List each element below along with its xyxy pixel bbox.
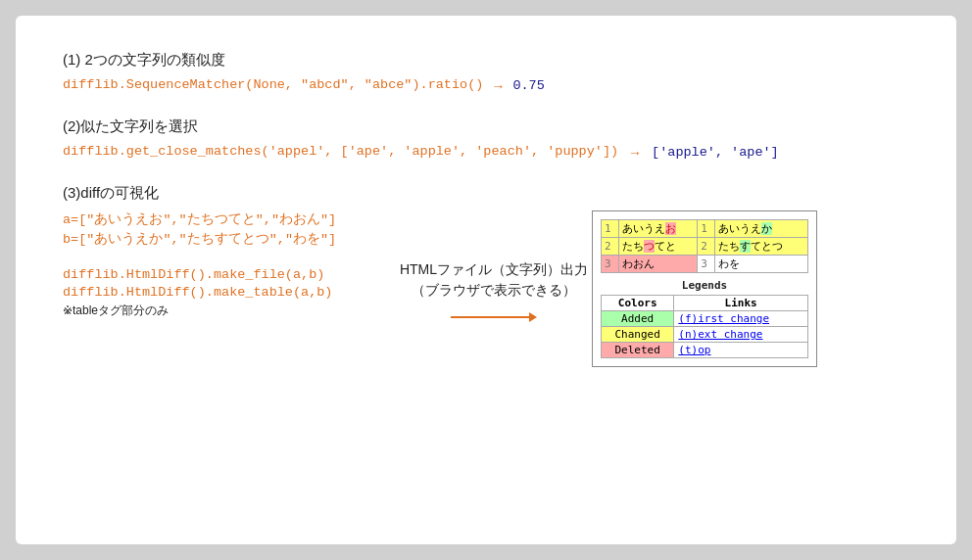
diff-left-3: わおん bbox=[618, 256, 698, 273]
diff-row-2: 2 たちつてと 2 たちすてとつ bbox=[602, 238, 808, 256]
diff-preview: 1 あいうえお 1 あいうえか 2 たちつてと 2 たちすてとつ bbox=[592, 210, 817, 367]
diff-table: 1 あいうえお 1 あいうえか 2 たちつてと 2 たちすてとつ bbox=[601, 219, 808, 273]
diff-num-left-2: 2 bbox=[602, 238, 619, 256]
legend-added-cell: Added bbox=[602, 311, 674, 327]
diff-row-1: 1 あいうえお 1 あいうえか bbox=[602, 220, 808, 238]
section2-arrow: → bbox=[628, 145, 642, 161]
diff-right-1: あいうえか bbox=[715, 220, 808, 238]
var-b-line: b=["あいうえか","たちすてとつ","わを"] bbox=[63, 230, 396, 248]
diff-left-2: たちつてと bbox=[618, 238, 698, 256]
var-a-line: a=["あいうえお","たちつてと","わおん"] bbox=[63, 210, 396, 228]
legend-deleted-cell: Deleted bbox=[602, 343, 674, 358]
section3-title: (3)diffの可視化 bbox=[63, 184, 909, 203]
diff-left-1: あいうえお bbox=[618, 220, 698, 238]
legends-table: Colors Links Added (f)irst change Change… bbox=[601, 295, 808, 358]
section1-code: difflib.SequenceMatcher(None, "abcd", "a… bbox=[63, 77, 483, 92]
legend-top-link: (t)op bbox=[674, 343, 808, 358]
slide: (1) 2つの文字列の類似度 difflib.SequenceMatcher(N… bbox=[16, 16, 956, 544]
section2: (2)似た文字列を選択 difflib.get_close_matches('a… bbox=[63, 117, 909, 161]
table-note: ※tableタグ部分のみ bbox=[63, 303, 396, 319]
diff-num-right-2: 2 bbox=[698, 238, 715, 256]
html-output-description: HTMLファイル（文字列）出力（ブラウザで表示できる） bbox=[400, 259, 588, 301]
section1-title: (1) 2つの文字列の類似度 bbox=[63, 51, 909, 70]
section2-code: difflib.get_close_matches('appel', ['ape… bbox=[63, 144, 618, 159]
section3-middle: HTMLファイル（文字列）出力（ブラウザで表示できる） bbox=[396, 210, 592, 322]
diff-right-3: わを bbox=[715, 256, 808, 273]
make-file-line: difflib.HtmlDiff().make_file(a,b) bbox=[63, 267, 396, 282]
make-table-line: difflib.HtmlDiff().make_table(a,b) bbox=[63, 285, 396, 300]
diff-num-left-1: 1 bbox=[602, 220, 619, 238]
section2-result: ['apple', 'ape'] bbox=[652, 145, 779, 160]
section2-title: (2)似た文字列を選択 bbox=[63, 117, 909, 136]
diff-num-left-3: 3 bbox=[602, 256, 619, 273]
legends-header: Colors Links bbox=[602, 296, 808, 311]
section1-result: 0.75 bbox=[512, 78, 544, 93]
legend-row-changed: Changed (n)ext change bbox=[602, 327, 808, 343]
section3-right: 1 あいうえお 1 あいうえか 2 たちつてと 2 たちすてとつ bbox=[592, 210, 827, 367]
diff-row-3: 3 わおん 3 わを bbox=[602, 256, 808, 273]
section1: (1) 2つの文字列の類似度 difflib.SequenceMatcher(N… bbox=[63, 51, 909, 94]
legend-row-deleted: Deleted (t)op bbox=[602, 343, 808, 358]
diff-num-right-3: 3 bbox=[698, 256, 715, 273]
diff-right-2: たちすてとつ bbox=[715, 238, 808, 256]
section3-left: a=["あいうえお","たちつてと","わおん"] b=["あいうえか","たち… bbox=[63, 210, 396, 319]
legend-first-link: (f)irst change bbox=[674, 311, 808, 327]
legend-col-colors: Colors bbox=[602, 296, 674, 311]
legends-title: Legends bbox=[601, 279, 808, 292]
legend-next-link: (n)ext change bbox=[674, 327, 808, 343]
legend-changed-cell: Changed bbox=[602, 327, 674, 343]
section3: (3)diffの可視化 a=["あいうえお","たちつてと","わおん"] b=… bbox=[63, 184, 909, 367]
legend-row-added: Added (f)irst change bbox=[602, 311, 808, 327]
diff-num-right-1: 1 bbox=[698, 220, 715, 238]
section1-arrow: → bbox=[491, 78, 505, 94]
legend-col-links: Links bbox=[674, 296, 808, 311]
